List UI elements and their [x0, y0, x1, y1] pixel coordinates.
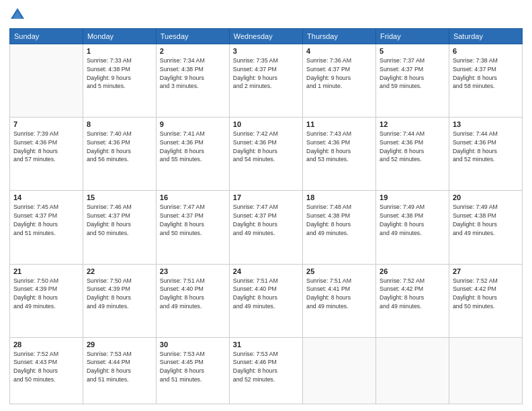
day-info: Sunrise: 7:36 AMSunset: 4:37 PMDaylight:… [306, 56, 372, 91]
day-cell [10, 44, 83, 118]
day-cell: 9Sunrise: 7:41 AMSunset: 4:36 PMDaylight… [156, 118, 229, 191]
day-cell: 20Sunrise: 7:49 AMSunset: 4:38 PMDayligh… [449, 191, 522, 264]
day-cell: 17Sunrise: 7:47 AMSunset: 4:37 PMDayligh… [229, 191, 302, 264]
day-cell: 11Sunrise: 7:43 AMSunset: 4:36 PMDayligh… [303, 118, 376, 191]
day-number: 19 [380, 193, 445, 201]
day-number: 3 [233, 47, 299, 55]
day-cell: 2Sunrise: 7:34 AMSunset: 4:38 PMDaylight… [156, 44, 229, 118]
day-info: Sunrise: 7:33 AMSunset: 4:38 PMDaylight:… [87, 56, 152, 91]
day-number: 29 [87, 340, 152, 349]
day-cell [376, 337, 449, 404]
calendar-header-row: SundayMondayTuesdayWednesdayThursdayFrid… [10, 29, 523, 44]
day-info: Sunrise: 7:48 AMSunset: 4:38 PMDaylight:… [306, 203, 372, 237]
day-number: 30 [160, 340, 226, 349]
week-row: 28Sunrise: 7:52 AMSunset: 4:43 PMDayligh… [10, 337, 523, 404]
day-cell: 21Sunrise: 7:50 AMSunset: 4:39 PMDayligh… [10, 264, 83, 337]
day-cell: 8Sunrise: 7:40 AMSunset: 4:36 PMDaylight… [83, 118, 156, 191]
day-info: Sunrise: 7:52 AMSunset: 4:42 PMDaylight:… [453, 277, 519, 311]
week-row: 1Sunrise: 7:33 AMSunset: 4:38 PMDaylight… [10, 44, 523, 118]
weekday-header: Monday [83, 29, 156, 44]
day-info: Sunrise: 7:37 AMSunset: 4:37 PMDaylight:… [380, 56, 445, 91]
day-info: Sunrise: 7:53 AMSunset: 4:46 PMDaylight:… [233, 350, 299, 384]
day-number: 6 [453, 47, 519, 55]
weekday-header: Saturday [449, 29, 522, 44]
day-info: Sunrise: 7:34 AMSunset: 4:38 PMDaylight:… [160, 56, 226, 91]
day-cell: 22Sunrise: 7:50 AMSunset: 4:39 PMDayligh… [83, 264, 156, 337]
day-number: 7 [13, 120, 79, 128]
day-info: Sunrise: 7:50 AMSunset: 4:39 PMDaylight:… [13, 277, 79, 311]
day-cell: 14Sunrise: 7:45 AMSunset: 4:37 PMDayligh… [10, 191, 83, 264]
day-info: Sunrise: 7:52 AMSunset: 4:42 PMDaylight:… [380, 277, 445, 311]
day-cell: 3Sunrise: 7:35 AMSunset: 4:37 PMDaylight… [229, 44, 302, 118]
day-number: 8 [87, 120, 152, 128]
day-number: 16 [160, 193, 226, 201]
day-cell: 26Sunrise: 7:52 AMSunset: 4:42 PMDayligh… [376, 264, 449, 337]
day-cell: 10Sunrise: 7:42 AMSunset: 4:36 PMDayligh… [229, 118, 302, 191]
day-cell: 18Sunrise: 7:48 AMSunset: 4:38 PMDayligh… [303, 191, 376, 264]
day-info: Sunrise: 7:52 AMSunset: 4:43 PMDaylight:… [13, 350, 79, 384]
day-cell: 25Sunrise: 7:51 AMSunset: 4:41 PMDayligh… [303, 264, 376, 337]
day-info: Sunrise: 7:51 AMSunset: 4:40 PMDaylight:… [160, 277, 226, 311]
day-cell: 7Sunrise: 7:39 AMSunset: 4:36 PMDaylight… [10, 118, 83, 191]
day-number: 9 [160, 120, 226, 128]
day-info: Sunrise: 7:43 AMSunset: 4:36 PMDaylight:… [306, 130, 372, 164]
week-row: 21Sunrise: 7:50 AMSunset: 4:39 PMDayligh… [10, 264, 523, 337]
day-cell: 16Sunrise: 7:47 AMSunset: 4:37 PMDayligh… [156, 191, 229, 264]
logo-icon [9, 7, 26, 23]
day-number: 21 [13, 267, 79, 275]
day-number: 11 [306, 120, 372, 128]
day-number: 10 [233, 120, 299, 128]
weekday-header: Friday [376, 29, 449, 44]
day-number: 20 [453, 193, 519, 201]
day-info: Sunrise: 7:40 AMSunset: 4:36 PMDaylight:… [87, 130, 152, 164]
day-cell: 4Sunrise: 7:36 AMSunset: 4:37 PMDaylight… [303, 44, 376, 118]
day-number: 14 [13, 193, 79, 201]
day-info: Sunrise: 7:45 AMSunset: 4:37 PMDaylight:… [13, 203, 79, 237]
day-number: 5 [380, 47, 445, 55]
day-cell: 6Sunrise: 7:38 AMSunset: 4:37 PMDaylight… [449, 44, 522, 118]
header [9, 7, 523, 23]
day-info: Sunrise: 7:49 AMSunset: 4:38 PMDaylight:… [380, 203, 445, 237]
page: SundayMondayTuesdayWednesdayThursdayFrid… [0, 0, 532, 411]
day-cell [303, 337, 376, 404]
day-cell: 24Sunrise: 7:51 AMSunset: 4:40 PMDayligh… [229, 264, 302, 337]
weekday-header: Tuesday [156, 29, 229, 44]
day-cell: 31Sunrise: 7:53 AMSunset: 4:46 PMDayligh… [229, 337, 302, 404]
day-number: 22 [87, 267, 152, 275]
weekday-header: Sunday [10, 29, 83, 44]
day-info: Sunrise: 7:42 AMSunset: 4:36 PMDaylight:… [233, 130, 299, 164]
day-info: Sunrise: 7:51 AMSunset: 4:41 PMDaylight:… [306, 277, 372, 311]
calendar-body: 1Sunrise: 7:33 AMSunset: 4:38 PMDaylight… [10, 44, 523, 404]
day-number: 4 [306, 47, 372, 55]
day-number: 1 [87, 47, 152, 55]
weekday-header: Thursday [303, 29, 376, 44]
day-info: Sunrise: 7:53 AMSunset: 4:44 PMDaylight:… [87, 350, 152, 384]
day-cell [449, 337, 522, 404]
day-number: 12 [380, 120, 445, 128]
logo [9, 7, 27, 23]
day-cell: 5Sunrise: 7:37 AMSunset: 4:37 PMDaylight… [376, 44, 449, 118]
day-cell: 23Sunrise: 7:51 AMSunset: 4:40 PMDayligh… [156, 264, 229, 337]
day-number: 17 [233, 193, 299, 201]
week-row: 7Sunrise: 7:39 AMSunset: 4:36 PMDaylight… [10, 118, 523, 191]
day-number: 23 [160, 267, 226, 275]
day-info: Sunrise: 7:38 AMSunset: 4:37 PMDaylight:… [453, 56, 519, 91]
weekday-header: Wednesday [229, 29, 302, 44]
day-info: Sunrise: 7:47 AMSunset: 4:37 PMDaylight:… [233, 203, 299, 237]
day-info: Sunrise: 7:39 AMSunset: 4:36 PMDaylight:… [13, 130, 79, 164]
day-cell: 27Sunrise: 7:52 AMSunset: 4:42 PMDayligh… [449, 264, 522, 337]
day-cell: 12Sunrise: 7:44 AMSunset: 4:36 PMDayligh… [376, 118, 449, 191]
day-info: Sunrise: 7:44 AMSunset: 4:36 PMDaylight:… [453, 130, 519, 164]
day-info: Sunrise: 7:41 AMSunset: 4:36 PMDaylight:… [160, 130, 226, 164]
day-cell: 1Sunrise: 7:33 AMSunset: 4:38 PMDaylight… [83, 44, 156, 118]
day-number: 13 [453, 120, 519, 128]
day-info: Sunrise: 7:50 AMSunset: 4:39 PMDaylight:… [87, 277, 152, 311]
week-row: 14Sunrise: 7:45 AMSunset: 4:37 PMDayligh… [10, 191, 523, 264]
day-number: 15 [87, 193, 152, 201]
day-number: 31 [233, 340, 299, 349]
day-info: Sunrise: 7:49 AMSunset: 4:38 PMDaylight:… [453, 203, 519, 237]
day-number: 24 [233, 267, 299, 275]
day-info: Sunrise: 7:35 AMSunset: 4:37 PMDaylight:… [233, 56, 299, 91]
day-number: 25 [306, 267, 372, 275]
day-info: Sunrise: 7:47 AMSunset: 4:37 PMDaylight:… [160, 203, 226, 237]
